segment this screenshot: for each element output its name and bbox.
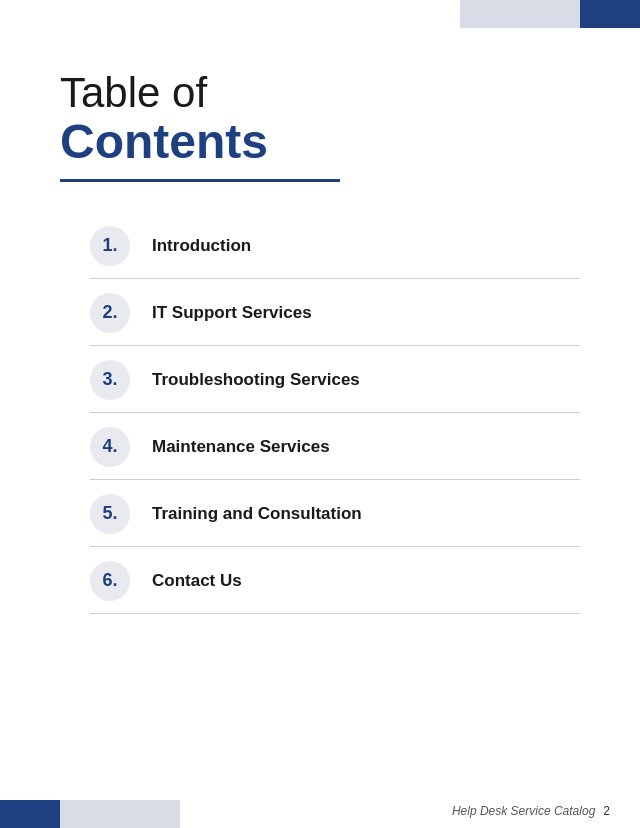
main-content: Table of Contents 1. Introduction 2. IT …: [0, 0, 640, 674]
list-item: 1. Introduction: [90, 212, 580, 279]
bottom-bar-dark: [0, 800, 60, 828]
toc-label-5: Training and Consultation: [152, 504, 362, 524]
toc-label-1: Introduction: [152, 236, 251, 256]
title-line2: Contents: [60, 116, 580, 169]
toc-number-badge-3: 3.: [90, 360, 130, 400]
toc-number-2: 2.: [102, 302, 117, 323]
list-item: 5. Training and Consultation: [90, 480, 580, 547]
toc-number-5: 5.: [102, 503, 117, 524]
toc-number-badge-1: 1.: [90, 226, 130, 266]
list-item: 3. Troubleshooting Services: [90, 346, 580, 413]
title-underline: [60, 179, 340, 182]
list-item: 4. Maintenance Services: [90, 413, 580, 480]
toc-label-3: Troubleshooting Services: [152, 370, 360, 390]
top-decorations: [460, 0, 640, 28]
title-line1: Table of: [60, 70, 580, 116]
toc-number-badge-5: 5.: [90, 494, 130, 534]
toc-number-4: 4.: [102, 436, 117, 457]
top-bar-light: [460, 0, 580, 28]
footer-catalog-text: Help Desk Service Catalog: [452, 804, 595, 818]
top-bar-dark: [580, 0, 640, 28]
title-section: Table of Contents: [60, 70, 580, 182]
toc-label-4: Maintenance Services: [152, 437, 330, 457]
toc-number-1: 1.: [102, 235, 117, 256]
list-item: 6. Contact Us: [90, 547, 580, 614]
page-number: 2: [603, 804, 610, 818]
toc-list: 1. Introduction 2. IT Support Services 3…: [90, 212, 580, 614]
toc-number-badge-6: 6.: [90, 561, 130, 601]
footer: Help Desk Service Catalog 2: [452, 804, 610, 818]
toc-number-badge-4: 4.: [90, 427, 130, 467]
toc-number-6: 6.: [102, 570, 117, 591]
toc-number-badge-2: 2.: [90, 293, 130, 333]
toc-label-6: Contact Us: [152, 571, 242, 591]
toc-number-3: 3.: [102, 369, 117, 390]
list-item: 2. IT Support Services: [90, 279, 580, 346]
toc-label-2: IT Support Services: [152, 303, 312, 323]
bottom-bar-light: [60, 800, 180, 828]
bottom-decorations: [0, 800, 180, 828]
